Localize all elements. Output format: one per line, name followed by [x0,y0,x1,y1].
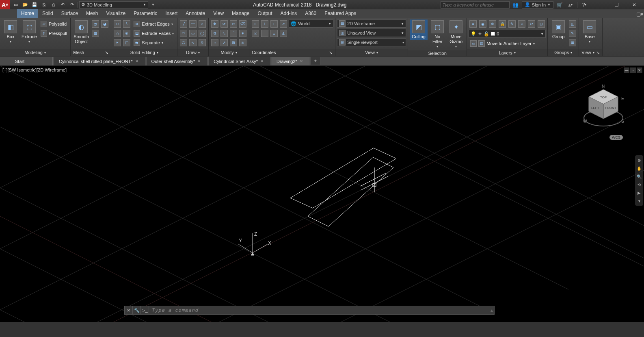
presspull-button[interactable]: ⇕Presspull [39,29,69,38]
extrude-faces-button[interactable]: ⬓Extrude Faces▾ [132,29,175,38]
slice-icon[interactable]: ✂ [113,38,122,47]
panel-title-draw[interactable]: Draw▾ [177,49,208,56]
layer-lock-icon[interactable]: 🔒 [498,20,507,28]
layer-match-icon[interactable]: ⟐ [517,20,526,28]
explode-icon[interactable]: ✶ [238,29,247,38]
culling-button[interactable]: ◩ Culling [410,20,428,40]
subtract-icon[interactable]: ∖ [122,20,131,28]
tab-annotate[interactable]: Annotate [182,9,209,18]
ucs-icon-3[interactable]: ∟ [270,20,279,28]
qat-new-icon[interactable]: ▭ [11,1,20,9]
base-button[interactable]: ▭ Base ▾ [581,20,599,44]
command-line[interactable]: ✕ 🔧 ▷_ Type a command ▴ [124,306,495,315]
panel-title-solid-editing[interactable]: Solid Editing▾ [111,49,177,56]
close-button[interactable]: ✕ [626,0,642,9]
move-gizmo-button[interactable]: ✦ Move Gizmo ▾ [447,20,465,49]
help-icon[interactable]: ?▾ [580,1,589,9]
tab-visualize[interactable]: Visualize [102,9,130,18]
layer-freeze-icon[interactable]: ❄ [488,20,497,28]
ribbon-min-icon[interactable]: ▢▾ [635,11,644,18]
stretch-icon[interactable]: ↔ [210,38,219,47]
mesh-tool-3[interactable]: ▦ [91,29,100,38]
panel-title-layers[interactable]: Layers▾ [467,49,547,56]
cmd-expand-icon[interactable]: ▴ [489,307,494,313]
infocenter-icon[interactable]: 👥 [511,1,520,9]
ucs-dropdown[interactable]: 🌐 World ▼ [289,20,333,28]
saved-view-dropdown[interactable]: ◫Unsaved View▼ [337,29,406,37]
close-icon[interactable]: ✕ [300,59,303,63]
close-icon[interactable]: ✕ [197,59,201,63]
ucs-icon-2[interactable]: ⊥ [260,20,269,28]
nav-showmotion-icon[interactable]: ▶ [636,189,642,196]
separate-button[interactable]: ⇆Separate▾ [132,38,175,47]
mirror-icon[interactable]: ⇋ [220,29,229,38]
wcs-badge[interactable]: WCS [609,135,623,140]
new-tab-button[interactable]: + [311,57,320,65]
layer-make-icon[interactable]: ✎ [508,20,516,28]
ucs-icon-5[interactable]: ⟀ [251,29,260,38]
signin-button[interactable]: 👤 Sign In ▼ [522,1,553,9]
erase-icon[interactable]: ⌫ [238,20,247,28]
line-icon[interactable]: ╱ [179,20,188,28]
fillet-icon[interactable]: ⌒ [229,29,238,38]
command-input[interactable]: Type a command [149,307,489,313]
rotate-icon[interactable]: ⟳ [220,20,229,28]
polysolid-button[interactable]: ▱Polysolid [39,20,69,28]
qat-more-icon[interactable]: ▼ [149,1,158,9]
layer-state-icon[interactable]: ⊡ [537,20,546,28]
group-button[interactable]: ▣ Group [549,20,567,40]
tab-insert[interactable]: Insert [161,9,182,18]
helix-icon[interactable]: § [198,38,207,47]
thicken-icon[interactable]: ◫ [122,38,131,47]
ungroup-icon[interactable]: ◫ [568,20,577,28]
panel-title-coordinates[interactable]: Coordinates↘ [249,49,335,56]
polygon-icon[interactable]: ⬠ [179,38,188,47]
file-tab-0[interactable]: Cylindrical shell rolled plate_FRONT*✕ [54,57,145,65]
ucs-icon-4[interactable]: ↗ [279,20,288,28]
ucs-icon-7[interactable]: ⊾ [270,29,279,38]
panel-title-mesh[interactable]: Mesh↘ [71,49,111,56]
nav-zoom-icon[interactable]: 🔍 [636,173,642,180]
interfere-icon[interactable]: ⊗ [122,29,131,38]
qat-saveas-icon[interactable]: ⎘ [39,1,48,9]
tab-solid[interactable]: Solid [38,9,57,18]
polyline-icon[interactable]: 〰 [188,20,197,28]
nav-orbit-icon[interactable]: ⟲ [636,181,642,188]
layer-prop-icon[interactable]: ≡ [469,20,478,28]
group-edit-icon[interactable]: ✎ [568,29,577,38]
cmd-close-icon[interactable]: ✕ [125,306,133,314]
ucs-icon-8[interactable]: ∡ [279,29,288,38]
panel-title-modify[interactable]: Modify▾ [209,49,249,56]
ucs-icon-1[interactable]: L [251,20,260,28]
rect-icon[interactable]: ▭ [188,29,197,38]
tab-manage[interactable]: Manage [228,9,253,18]
workspace-dropdown[interactable]: ⚙ 3D Modeling ▼ [79,1,148,9]
vp-close-icon[interactable]: ✕ [637,67,642,73]
nav-fullnav-icon[interactable]: ⊕ [636,157,642,163]
trim-icon[interactable]: ✂ [229,20,238,28]
qat-redo-icon[interactable]: ↷ [67,1,76,9]
visual-style-dropdown[interactable]: ▦2D Wireframe▼ [337,20,406,28]
maximize-button[interactable]: ☐ [608,0,625,9]
extract-edges-button[interactable]: ⧉Extract Edges▾ [132,20,175,28]
smooth-object-button[interactable]: ◐ Smooth Object [72,20,90,45]
tab-surface[interactable]: Surface [57,9,82,18]
box-button[interactable]: ◧ Box ▾ [2,20,19,44]
help-search-input[interactable] [441,1,510,9]
qat-plot-icon[interactable]: ⎙ [49,1,58,9]
panel-title-modeling[interactable]: Modeling▾ [0,49,70,56]
panel-title-view[interactable]: View▾ [335,49,408,56]
tab-featured-apps[interactable]: Featured Apps [320,9,360,18]
tab-a360[interactable]: A360 [301,9,320,18]
cmd-prompt-icon[interactable]: ▷_ [141,306,149,314]
mesh-tool-2[interactable]: ◕ [100,20,109,28]
close-icon[interactable]: ✕ [260,59,264,63]
ucs-icon-6[interactable]: ⫠ [260,29,269,38]
mesh-tool-1[interactable]: ◔ [91,20,100,28]
copy-icon[interactable]: ⧉ [210,29,219,38]
ellipse-icon[interactable]: ◯ [198,29,207,38]
offset-icon[interactable]: ≋ [238,38,247,47]
viewport-config-dropdown[interactable]: ⊞Single viewport▾ [337,38,406,46]
app-menu-button[interactable]: AM [0,0,10,9]
group-bbox-icon[interactable]: ▦ [568,38,577,47]
